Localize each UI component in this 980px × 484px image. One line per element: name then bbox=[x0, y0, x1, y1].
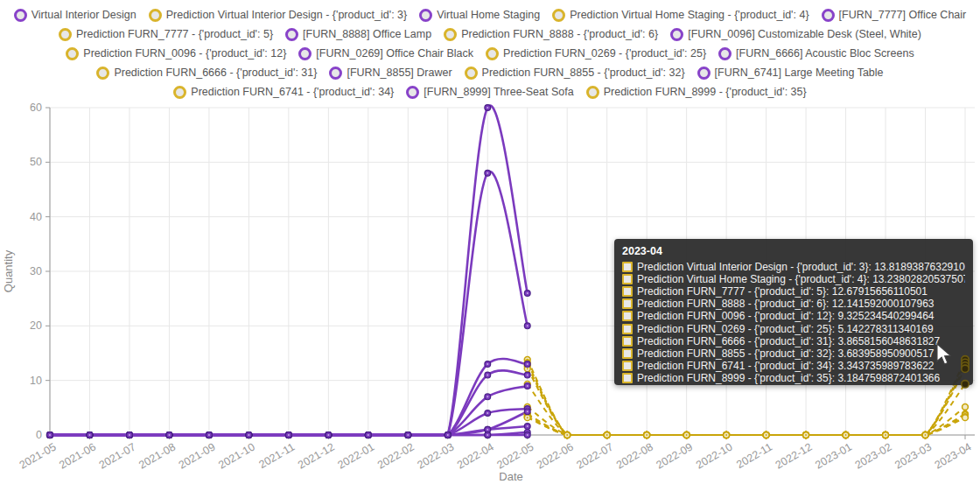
prediction-series-line[interactable] bbox=[528, 414, 965, 435]
legend-item-prediction-series[interactable]: Prediction FURN_0096 - {'product_id': 12… bbox=[66, 47, 286, 60]
actual-data-point-center bbox=[486, 434, 488, 436]
prediction-data-point-center bbox=[845, 434, 847, 436]
chart-legend: Virtual Interior DesignPrediction Virtua… bbox=[0, 5, 980, 102]
legend-item-prediction-series[interactable]: Prediction FURN_8999 - {'product_id': 35… bbox=[586, 86, 807, 99]
actual-data-point-center bbox=[486, 172, 488, 174]
legend-item-actual-series[interactable]: [FURN_8855] Drawer bbox=[329, 67, 452, 80]
legend-item-actual-series[interactable]: [FURN_6741] Large Meeting Table bbox=[697, 67, 884, 80]
x-axis-tick-label: 2021-06 bbox=[57, 440, 98, 471]
legend-item-label: [FURN_8855] Drawer bbox=[346, 67, 452, 79]
x-axis-tick-label: 2021-12 bbox=[296, 440, 337, 471]
prediction-data-point-center bbox=[805, 434, 807, 436]
legend-item-actual-series[interactable]: [FURN_0269] Office Chair Black bbox=[298, 47, 473, 60]
legend-item-actual-series[interactable]: [FURN_7777] Office Chair bbox=[822, 9, 967, 22]
legend-item-actual-series[interactable]: Virtual Interior Design bbox=[14, 9, 136, 22]
tooltip-row: Prediction Virtual Interior Design - {'p… bbox=[622, 261, 965, 273]
tooltip-row-text: Prediction FURN_8855 - {'product_id': 32… bbox=[637, 347, 934, 360]
legend-item-prediction-series[interactable]: Prediction FURN_7777 - {'product_id': 5} bbox=[59, 28, 273, 41]
legend-item-actual-series[interactable]: [FURN_6666] Acoustic Bloc Screens bbox=[718, 47, 914, 60]
legend-item-label: [FURN_7777] Office Chair bbox=[839, 9, 967, 21]
x-axis-tick-label: 2022-01 bbox=[336, 440, 377, 471]
tooltip-series-swatch-icon bbox=[622, 274, 633, 284]
actual-data-point-center bbox=[527, 410, 528, 412]
legend-item-actual-series[interactable]: [FURN_8999] Three-Seat Sofa bbox=[406, 86, 573, 99]
tooltip-row: Prediction FURN_6741 - {'product_id': 34… bbox=[622, 360, 965, 372]
legend-item-label: [FURN_0269] Office Chair Black bbox=[316, 47, 473, 60]
prediction-series-marker-icon bbox=[173, 86, 186, 99]
actual-data-point-center bbox=[327, 434, 329, 436]
actual-data-point-center bbox=[527, 385, 528, 387]
x-axis-tick-label: 2023-01 bbox=[813, 440, 854, 471]
legend-item-prediction-series[interactable]: Prediction FURN_8855 - {'product_id': 32… bbox=[465, 67, 685, 80]
y-axis-tick-label: 10 bbox=[30, 375, 42, 387]
tooltip-row-text: Prediction FURN_6666 - {'product_id': 31… bbox=[637, 335, 940, 347]
y-axis-tick-label: 40 bbox=[30, 211, 42, 223]
actual-data-point-center bbox=[527, 434, 528, 436]
actual-series-marker-icon bbox=[406, 86, 419, 99]
prediction-series-line[interactable] bbox=[528, 415, 965, 435]
prediction-series-marker-icon bbox=[465, 67, 478, 80]
y-axis-tick-label: 50 bbox=[30, 156, 42, 168]
tooltip-row: Prediction FURN_8999 - {'product_id': 35… bbox=[622, 372, 965, 384]
legend-row: Prediction FURN_6741 - {'product_id': 34… bbox=[0, 82, 980, 102]
legend-item-prediction-series[interactable]: Prediction FURN_6741 - {'product_id': 34… bbox=[173, 86, 394, 99]
tooltip-row: Prediction FURN_6666 - {'product_id': 31… bbox=[622, 335, 965, 347]
prediction-series-line[interactable] bbox=[528, 417, 965, 435]
x-axis-tick-label: 2021-11 bbox=[256, 440, 297, 471]
legend-item-actual-series[interactable]: [FURN_8888] Office Lamp bbox=[285, 28, 431, 41]
legend-item-prediction-series[interactable]: Prediction FURN_6666 - {'product_id': 31… bbox=[96, 67, 317, 80]
tooltip-row-text: Prediction Virtual Interior Design - {'p… bbox=[637, 261, 965, 273]
prediction-data-point-center bbox=[527, 417, 528, 418]
tooltip-series-swatch-icon bbox=[622, 262, 633, 272]
actual-data-point-center bbox=[407, 434, 409, 436]
legend-item-prediction-series[interactable]: Prediction Virtual Interior Design - {'p… bbox=[149, 9, 408, 22]
tooltip-row-text: Prediction FURN_6741 - {'product_id': 34… bbox=[637, 360, 934, 372]
prediction-data-point-center bbox=[527, 368, 528, 369]
actual-data-point-center bbox=[527, 374, 528, 375]
x-axis-tick-label: 2021-07 bbox=[97, 440, 138, 471]
prediction-series-line[interactable] bbox=[528, 384, 965, 435]
legend-item-label: Prediction FURN_8888 - {'product_id': 6} bbox=[461, 28, 658, 40]
legend-row: Prediction FURN_7777 - {'product_id': 5}… bbox=[0, 25, 980, 44]
tooltip-row: Prediction FURN_0269 - {'product_id': 25… bbox=[622, 322, 965, 334]
prediction-series-line[interactable] bbox=[528, 417, 965, 435]
x-axis-tick-label: 2021-09 bbox=[177, 440, 218, 471]
tooltip-row-text: Prediction FURN_0269 - {'product_id': 25… bbox=[637, 323, 934, 335]
tooltip-series-swatch-icon bbox=[622, 324, 633, 334]
actual-data-point-center bbox=[486, 412, 488, 414]
actual-data-point-center bbox=[527, 292, 528, 294]
legend-item-actual-series[interactable]: [FURN_0096] Customizable Desk (Steel, Wh… bbox=[670, 28, 921, 41]
legend-item-prediction-series[interactable]: Prediction Virtual Home Staging - {'prod… bbox=[552, 9, 808, 22]
legend-item-prediction-series[interactable]: Prediction FURN_0269 - {'product_id': 25… bbox=[486, 47, 706, 60]
tooltip-row-text: Prediction FURN_8888 - {'product_id': 6}… bbox=[637, 298, 934, 310]
tooltip-series-swatch-icon bbox=[622, 311, 633, 321]
actual-data-point-center bbox=[208, 434, 210, 436]
x-axis-tick-label: 2022-11 bbox=[734, 440, 774, 471]
actual-series-marker-icon bbox=[329, 67, 342, 80]
actual-data-point-center bbox=[368, 434, 369, 436]
legend-item-label: Prediction FURN_8999 - {'product_id': 35… bbox=[604, 86, 807, 98]
legend-item-actual-series[interactable]: Virtual Home Staging bbox=[419, 9, 540, 22]
actual-data-point-center bbox=[527, 363, 528, 365]
legend-item-label: Prediction FURN_6741 - {'product_id': 34… bbox=[191, 86, 394, 98]
legend-item-label: Prediction FURN_0269 - {'product_id': 25… bbox=[503, 47, 706, 60]
legend-row: Prediction FURN_0096 - {'product_id': 12… bbox=[0, 44, 980, 63]
tooltip-series-swatch-icon bbox=[622, 361, 633, 371]
x-axis-tick-label: 2023-02 bbox=[853, 440, 894, 471]
prediction-series-line[interactable] bbox=[528, 407, 965, 435]
x-axis-tick-label: 2021-08 bbox=[136, 440, 178, 471]
tooltip-series-swatch-icon bbox=[622, 373, 633, 383]
x-axis-tick-label: 2023-03 bbox=[892, 440, 934, 471]
prediction-series-marker-icon bbox=[66, 47, 79, 60]
legend-item-label: Virtual Home Staging bbox=[437, 9, 540, 21]
actual-data-point-center bbox=[486, 429, 488, 431]
legend-item-prediction-series[interactable]: Prediction FURN_8888 - {'product_id': 6} bbox=[444, 28, 658, 41]
actual-series-marker-icon bbox=[298, 47, 312, 60]
legend-item-label: Prediction FURN_6666 - {'product_id': 31… bbox=[114, 67, 317, 79]
actual-data-point-center bbox=[527, 325, 528, 326]
x-axis-tick-label: 2023-04 bbox=[933, 440, 974, 471]
legend-row: Prediction FURN_6666 - {'product_id': 31… bbox=[0, 63, 980, 82]
actual-data-point-center bbox=[447, 434, 449, 436]
y-axis-tick-label: 60 bbox=[30, 102, 42, 114]
actual-data-point-center bbox=[49, 434, 51, 436]
